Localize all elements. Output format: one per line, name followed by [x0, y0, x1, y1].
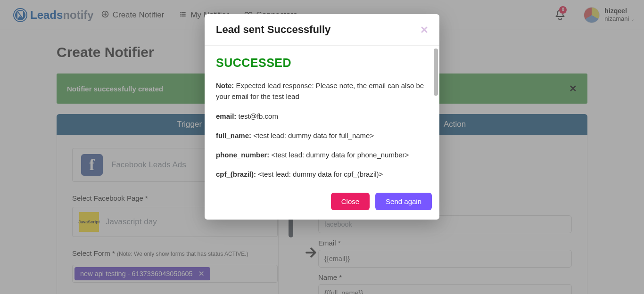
- modal-field-row: email: test@fb.com: [216, 111, 428, 122]
- modal-field-key: cpf_(brazil):: [216, 170, 256, 178]
- modal-note: Note: Expected lead response: Please not…: [216, 80, 428, 102]
- modal-field-row: full_name: <test lead: dummy data for fu…: [216, 130, 428, 141]
- modal-note-text: Expected lead response: Please note, the…: [216, 82, 424, 100]
- modal-field-key: email:: [216, 112, 236, 120]
- modal-field-value: <test lead: dummy data for full_name>: [253, 131, 374, 139]
- modal-field-value: <test lead: dummy data for cpf_(brazil)>: [258, 170, 383, 178]
- modal-field-row: phone_number: <test lead: dummy data for…: [216, 149, 428, 160]
- modal-status: SUCCESSED: [216, 56, 428, 70]
- modal-footer: Close Send again: [205, 187, 439, 220]
- modal-field-value: <test lead: dummy data for phone_number>: [272, 151, 409, 159]
- modal-scrollbar-thumb[interactable]: [434, 49, 438, 96]
- modal-field-key: full_name:: [216, 131, 251, 139]
- modal-body: SUCCESSED Note: Expected lead response: …: [205, 46, 439, 187]
- modal-close-icon[interactable]: [421, 26, 428, 33]
- modal-header: Lead sent Successfully: [205, 14, 439, 46]
- lead-sent-modal: Lead sent Successfully SUCCESSED Note: E…: [205, 14, 439, 220]
- modal-field-value: test@fb.com: [239, 112, 278, 120]
- modal-note-label: Note:: [216, 82, 234, 90]
- modal-field-row: cpf_(brazil): <test lead: dummy data for…: [216, 169, 428, 180]
- send-again-button[interactable]: Send again: [375, 193, 432, 210]
- modal-field-key: phone_number:: [216, 151, 269, 159]
- modal-title: Lead sent Successfully: [216, 24, 330, 36]
- close-button[interactable]: Close: [331, 193, 370, 210]
